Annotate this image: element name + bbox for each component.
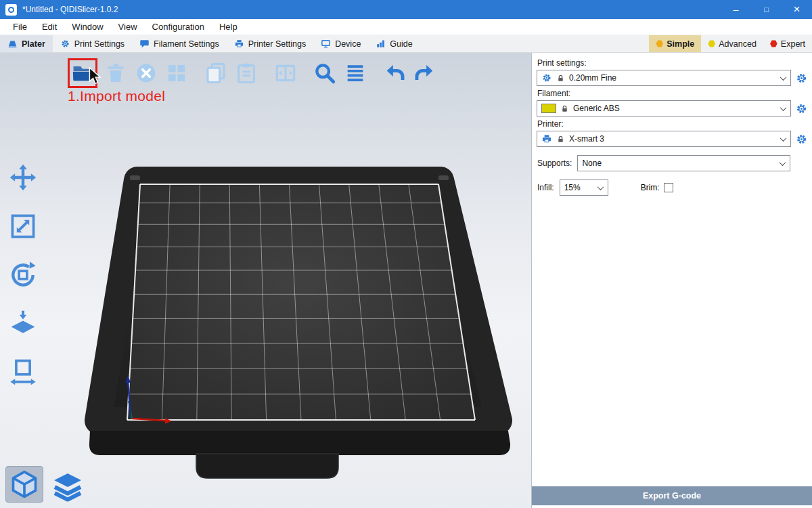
measure-tool-button[interactable] (7, 356, 39, 389)
measure-icon (8, 358, 38, 387)
menu-bar: File Edit Window View Configuration Help (0, 19, 812, 35)
tab-label: Printer Settings (248, 39, 306, 49)
paste-icon (235, 62, 258, 85)
menu-view[interactable]: View (111, 19, 145, 35)
infill-value: 15% (564, 183, 594, 192)
scale-tool-button[interactable] (7, 210, 39, 242)
printer-value: X-smart 3 (569, 134, 777, 144)
mode-advanced[interactable]: Advanced (701, 35, 763, 52)
mouse-cursor (89, 67, 102, 85)
tab-printer-settings[interactable]: Printer Settings (227, 35, 313, 52)
chevron-down-icon (780, 74, 787, 81)
qidislicer-window: *Untitled - QIDISlicer-1.0.2 – □ × File … (0, 0, 812, 508)
menu-file[interactable]: File (5, 19, 35, 35)
rotate-icon (8, 260, 38, 290)
export-gcode-button[interactable]: Export G-code (532, 486, 812, 505)
plater-3d-viewport[interactable]: 1.Import model (0, 53, 531, 508)
bed-grid-surface (127, 184, 475, 420)
window-title: *Untitled - QIDISlicer-1.0.2 (22, 5, 721, 14)
plater-icon (7, 39, 18, 49)
mode-simple[interactable]: Simple (649, 35, 701, 52)
gear-icon (541, 72, 552, 83)
mode-label: Advanced (719, 39, 757, 49)
filament-gear-button[interactable] (795, 102, 808, 115)
print-settings-value: 0.20mm Fine (569, 73, 777, 83)
filament-combo[interactable]: Generic ABS (537, 100, 791, 117)
mode-label: Expert (781, 39, 805, 49)
printer-label: Printer: (537, 119, 808, 129)
tab-device[interactable]: Device (313, 35, 368, 52)
filament-label: Filament: (537, 89, 808, 98)
split-objects-button[interactable] (273, 61, 298, 85)
move-arrows-icon (8, 163, 38, 192)
settings-panel: Print settings: 0.20mm Fine Filament: Ge… (531, 53, 812, 508)
tab-filament-settings[interactable]: Filament Settings (132, 35, 227, 52)
copy-button[interactable] (204, 61, 228, 85)
tab-plater[interactable]: Plater (0, 35, 53, 52)
bed-clip-right (438, 175, 449, 180)
cube-3d-icon (9, 469, 39, 499)
supports-label: Supports: (537, 158, 572, 168)
print-settings-gear-button[interactable] (795, 72, 808, 85)
filament-value: Generic ABS (573, 104, 777, 113)
close-button[interactable]: × (782, 0, 812, 19)
split-window-icon (274, 62, 297, 85)
print-settings-label: Print settings: (537, 58, 808, 68)
tab-label: Device (335, 39, 361, 49)
tab-print-settings[interactable]: Print Settings (53, 35, 132, 52)
arrange-grid-icon (165, 62, 188, 85)
move-tool-button[interactable] (7, 161, 39, 194)
printer-combo[interactable]: X-smart 3 (537, 131, 791, 147)
scale-icon (8, 211, 38, 241)
view-switcher (5, 466, 84, 503)
copy-icon (204, 62, 227, 85)
preview-layers-button[interactable] (51, 470, 84, 503)
menu-edit[interactable]: Edit (35, 19, 64, 35)
brim-checkbox[interactable] (664, 183, 673, 192)
tab-label: Print Settings (74, 39, 125, 49)
trash-icon (104, 62, 127, 85)
simple-mode-icon (656, 40, 663, 47)
title-bar[interactable]: *Untitled - QIDISlicer-1.0.2 – □ × (0, 0, 812, 19)
redo-button[interactable] (413, 61, 437, 85)
object-manipulation-toolbar (7, 161, 39, 389)
delete-all-button[interactable] (134, 61, 158, 85)
infill-combo[interactable]: 15% (560, 179, 608, 196)
tab-guide[interactable]: Guide (368, 35, 420, 52)
supports-combo[interactable]: None (577, 155, 790, 171)
minimize-button[interactable]: – (721, 0, 751, 19)
tab-label: Plater (22, 39, 45, 49)
filament-color-swatch (541, 104, 556, 113)
mode-expert[interactable]: Expert (763, 35, 812, 52)
circle-x-icon (135, 62, 158, 85)
variable-layer-height-button[interactable] (343, 61, 367, 85)
tab-label: Guide (390, 39, 412, 49)
print-bed[interactable] (0, 53, 531, 508)
menu-window[interactable]: Window (64, 19, 110, 35)
place-on-face-button[interactable] (7, 308, 39, 340)
maximize-button[interactable]: □ (751, 0, 782, 19)
3d-editor-view-button[interactable] (5, 466, 43, 503)
chevron-down-icon (597, 184, 604, 190)
layer-lines-icon (344, 62, 367, 85)
menu-help[interactable]: Help (212, 19, 245, 35)
printer-icon (234, 39, 244, 49)
search-button[interactable] (313, 61, 337, 85)
delete-button[interactable] (104, 61, 128, 85)
search-icon (313, 62, 336, 85)
undo-arrow-icon (383, 62, 406, 85)
tab-bar: Plater Print Settings Filament Settings … (0, 35, 812, 53)
rotate-tool-button[interactable] (7, 259, 39, 291)
arrange-button[interactable] (164, 61, 189, 85)
paste-button[interactable] (234, 61, 258, 85)
menu-configuration[interactable]: Configuration (145, 19, 212, 35)
monitor-icon (321, 39, 331, 49)
printer-gear-button[interactable] (795, 133, 808, 146)
app-logo-icon (5, 4, 17, 16)
expert-mode-icon (770, 40, 777, 47)
brim-label: Brim: (641, 183, 660, 192)
print-settings-combo[interactable]: 0.20mm Fine (537, 70, 791, 86)
plater-toolbar (68, 58, 437, 88)
undo-button[interactable] (382, 61, 407, 85)
flatten-icon (8, 309, 38, 339)
